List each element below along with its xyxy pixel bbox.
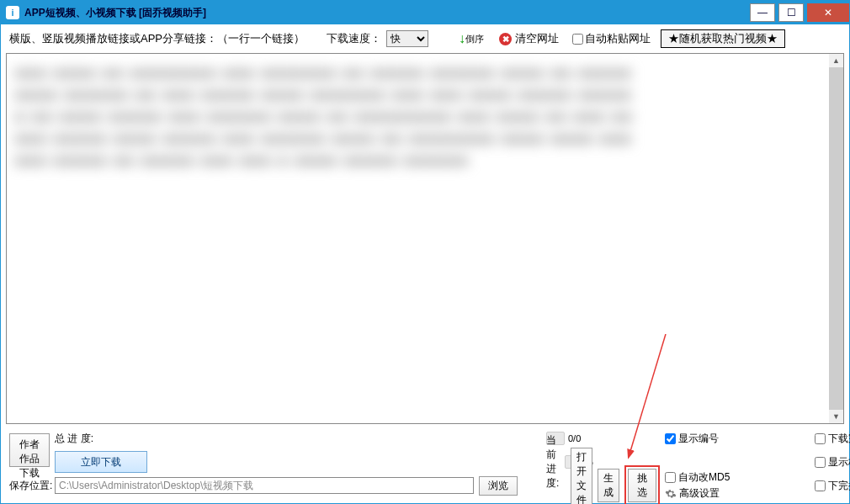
clear-icon: ✖ [499, 33, 512, 45]
download-now-button[interactable]: 立即下载 [55, 451, 147, 473]
advanced-settings-link[interactable]: 高级设置 [665, 486, 720, 501]
auto-shutdown-label: 下载完成自动关机 [828, 432, 850, 446]
auto-shutdown-checkbox[interactable] [815, 433, 826, 444]
blurred-url-content: ■■■ ■■■■ ■■ ■■■■■■■■ ■■■ ■■■■■■■ ■■ ■■■■… [15, 62, 638, 172]
titlebar: i APP短视频、小视频下载 [固乔视频助手] — ☐ ✕ [1, 1, 849, 24]
save-path-input[interactable] [55, 477, 474, 494]
toolbar: 横版、竖版视频播放链接或APP分享链接：（一行一个链接） 下载速度： 快 ↓ 倒… [1, 24, 849, 53]
url-textarea[interactable]: ■■■ ■■■■ ■■ ■■■■■■■■ ■■■ ■■■■■■■ ■■ ■■■■… [6, 53, 844, 424]
pick-highlight: 挑选 [624, 465, 660, 504]
advanced-settings-label: 高级设置 [679, 486, 720, 501]
scrollbar[interactable]: ▲ ▼ [829, 54, 843, 423]
total-progress-label: 总 进 度: [55, 432, 546, 446]
scroll-up-icon[interactable]: ▲ [829, 54, 843, 67]
random-hot-button[interactable]: ★随机获取热门视频★ [661, 29, 785, 48]
open-folder-button[interactable]: 打开文件夹 [571, 448, 592, 505]
autopaste-checkbox[interactable] [572, 34, 583, 45]
app-icon: i [6, 6, 19, 19]
show-index-checkbox[interactable] [665, 433, 676, 444]
total-progress-value: 0/0 [565, 433, 576, 443]
close-button[interactable]: ✕ [807, 3, 849, 22]
arrow-down-icon: ↓ [459, 31, 465, 46]
finish-sound-label: 下完提示音 [828, 479, 850, 493]
reverse-sort-button[interactable]: ↓ 倒序 [459, 31, 484, 46]
show-index-label: 显示编号 [678, 432, 719, 446]
autopaste-label: 自动粘贴网址 [585, 31, 651, 46]
save-path-label: 保存位置: [9, 479, 55, 493]
speed-select[interactable]: 快 [386, 30, 428, 47]
generate-button[interactable]: 生成 [598, 469, 619, 502]
url-hint-label: 横版、竖版视频播放链接或APP分享链接：（一行一个链接） [9, 31, 305, 46]
browse-button[interactable]: 浏览 [479, 476, 518, 496]
scrollbar-thumb[interactable] [829, 67, 843, 424]
auto-md5-label: 自动改MD5 [678, 470, 730, 485]
autopaste-checkbox-wrap[interactable]: 自动粘贴网址 [572, 31, 651, 46]
auto-md5-checkbox[interactable] [665, 472, 676, 483]
window-title: APP短视频、小视频下载 [固乔视频助手] [24, 6, 206, 20]
clear-urls-label: 清空网址 [515, 31, 559, 46]
show-idcode-label: 显示标识码 [828, 455, 850, 470]
clear-urls-button[interactable]: ✖ 清空网址 [496, 31, 562, 46]
window-controls: — ☐ ✕ [750, 3, 849, 22]
minimize-button[interactable]: — [750, 3, 775, 22]
pick-button[interactable]: 挑选 [628, 469, 656, 502]
finish-sound-checkbox[interactable] [815, 480, 826, 491]
bottom-panel: 总 进 度: 0/0 作者作品下载 显示编号 下载完成自动关机 当前进度: 0%… [1, 426, 849, 503]
app-window: i APP短视频、小视频下载 [固乔视频助手] — ☐ ✕ 横版、竖版视频播放链… [0, 0, 850, 504]
show-idcode-checkbox[interactable] [815, 457, 826, 468]
scroll-down-icon[interactable]: ▼ [829, 410, 843, 423]
current-progress-label: 当前进度: [546, 433, 565, 491]
author-works-button[interactable]: 作者作品下载 [9, 433, 50, 467]
speed-label: 下载速度： [327, 31, 381, 46]
reverse-sort-label: 倒序 [465, 34, 484, 43]
gear-icon [665, 488, 677, 500]
maximize-button[interactable]: ☐ [778, 3, 804, 22]
